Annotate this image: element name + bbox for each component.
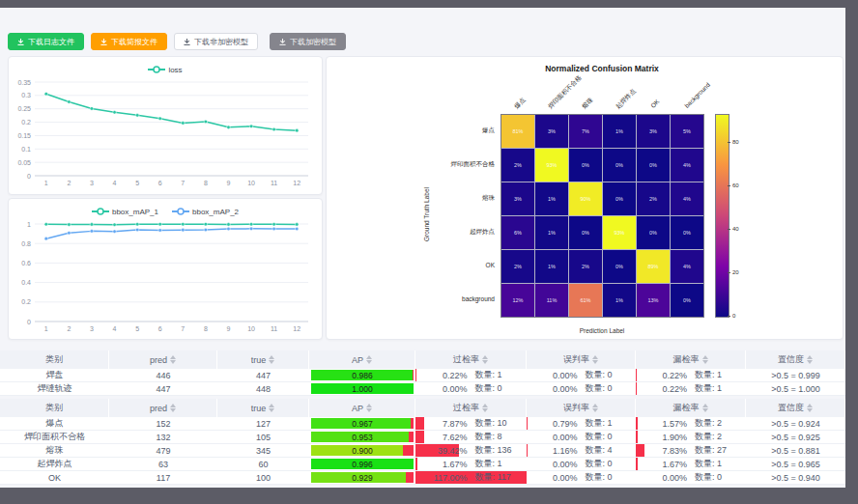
svg-text:0.35: 0.35 [17,79,31,86]
loss-chart-card: loss 00.050.10.150.20.250.30.35123456789… [8,56,323,195]
column-header-miss[interactable]: 漏检率 [636,399,746,417]
sort-caret-icon[interactable] [807,404,813,412]
rate-count: 数量: 0 [582,369,637,381]
column-header-over[interactable]: 过检率 [415,399,527,417]
sort-caret-icon[interactable] [592,355,598,364]
cell-mis: 0.00%数量: 0 [527,458,636,470]
download-button-4[interactable]: 下载加密模型 [270,33,346,50]
sort-caret-icon[interactable] [269,355,274,364]
rate-percent: 7.62% [415,433,472,442]
sort-caret-icon[interactable] [366,355,372,364]
matrix-cell: 6% [501,216,534,249]
sort-caret-icon[interactable] [807,355,813,364]
cell-pred: 447 [109,382,217,395]
svg-text:10: 10 [247,180,255,186]
legend-item-loss[interactable]: loss [148,65,182,74]
colorbar-tick-label: 80 [732,139,739,145]
column-header-label: 类别 [45,402,63,414]
legend-marker-icon [148,65,165,74]
cell-pred: 132 [109,431,217,443]
column-header-miss[interactable]: 漏检率 [636,350,746,369]
matrix-col-label: background [683,81,711,109]
matrix-cell: 1% [535,182,568,215]
column-header-over[interactable]: 过检率 [415,350,527,369]
cell-ap: 0.967 [309,417,415,430]
matrix-cell: 3% [501,182,534,215]
cell-ap: 1.000 [309,382,415,395]
sort-caret-icon[interactable] [702,355,708,364]
cell-mis: 0.79%数量: 1 [527,417,636,430]
column-header-ap[interactable]: AP [309,399,415,417]
legend-marker-icon [92,207,109,216]
download-button-1[interactable]: 下载日志文件 [8,33,84,50]
rate-count: 数量: 0 [691,471,746,484]
table-row: 焊缝轨迹4474481.0000.00%数量: 00.00%数量: 00.22%… [0,382,845,396]
cell-conf: >0.5 = 0.924 [746,417,845,430]
matrix-col-label: 焊印面积不合格 [547,73,585,111]
map-chart-legend: bbox_mAP_1bbox_mAP_2 [9,204,322,219]
column-header-mis[interactable]: 误判率 [527,350,636,369]
table-row: 熔珠4793450.90039.42%数量: 1361.16%数量: 47.83… [0,444,845,458]
matrix-cell: 0% [569,149,602,182]
sort-caret-icon[interactable] [702,404,708,412]
cell-conf: >0.5 = 0.881 [746,444,845,457]
column-header-true[interactable]: true [217,350,309,369]
column-header-label: 过检率 [453,402,479,414]
cell-miss: 1.90%数量: 2 [636,431,746,443]
legend-label: loss [168,66,182,74]
svg-text:0.4: 0.4 [21,279,31,286]
ap-bar: 1.000 [311,383,414,394]
column-header-conf[interactable]: 置信度 [746,350,845,369]
column-header-pred[interactable]: pred [109,350,217,369]
matrix-col-label: 起焊炸点 [615,87,639,111]
table-row: 起焊炸点63600.9961.67%数量: 10.00%数量: 01.67%数量… [0,458,845,471]
download-button-2[interactable]: 下载简报文件 [91,33,167,50]
cell-mis: 1.16%数量: 4 [527,444,636,457]
sort-caret-icon[interactable] [170,404,176,412]
column-header-ap[interactable]: AP [309,350,415,369]
column-header-pred[interactable]: pred [109,399,217,417]
sort-caret-icon[interactable] [269,404,274,412]
matrix-cell: 1% [535,216,568,249]
loss-chart-legend: loss [9,62,322,77]
sort-caret-icon[interactable] [482,355,488,364]
matrix-cell: 7% [569,115,602,148]
legend-label: bbox_mAP_1 [112,208,158,216]
cell-name: 焊印面积不合格 [0,431,109,443]
download-button-3[interactable]: 下载非加密模型 [174,33,258,50]
legend-item-bbox_mAP_2[interactable]: bbox_mAP_2 [172,207,239,216]
sort-caret-icon[interactable] [592,404,598,412]
column-header-true[interactable]: true [217,399,309,417]
map-chart-card: bbox_mAP_1bbox_mAP_2 00.20.40.60.8112345… [8,198,323,340]
rate-percent: 0.00% [415,384,472,394]
button-label: 下载简报文件 [111,37,157,47]
matrix-cell: 1% [535,250,568,283]
button-label: 下载加密模型 [290,37,336,47]
ap-value: 1.000 [311,383,414,394]
column-header-mis[interactable]: 误判率 [527,399,636,417]
ap-bar: 0.900 [311,445,414,456]
matrix-col-label: 熔珠 [581,96,596,111]
sort-caret-icon[interactable] [170,355,176,364]
legend-item-bbox_mAP_1[interactable]: bbox_mAP_1 [92,207,158,216]
cell-true: 345 [217,444,309,457]
svg-text:8: 8 [204,180,208,186]
confusion-matrix-card: Normalized Confusion Matrix Ground Truth… [326,56,844,340]
matrix-cell: 3% [637,115,670,148]
map-chart: 00.20.40.60.81123456789101112 [9,219,322,339]
sort-caret-icon[interactable] [482,404,488,412]
rate-percent: 7.83% [636,446,691,456]
matrix-row-label: 爆点 [336,126,495,135]
table-row: 爆点1521270.9677.87%数量: 100.79%数量: 11.57%数… [0,417,845,431]
cell-true: 127 [217,417,309,430]
column-header-label: 置信度 [778,353,804,366]
ap-value: 0.967 [311,418,414,429]
rate-percent: 0.00% [527,473,582,483]
sort-caret-icon[interactable] [366,404,372,412]
line-chart-svg: 00.050.10.150.20.250.30.3512345678910111… [9,77,318,189]
legend-label: bbox_mAP_2 [192,208,239,216]
colorbar-tick-mark [728,272,730,273]
column-header-conf[interactable]: 置信度 [746,399,845,417]
svg-text:3: 3 [90,325,94,332]
matrix-cell: 2% [501,149,534,182]
